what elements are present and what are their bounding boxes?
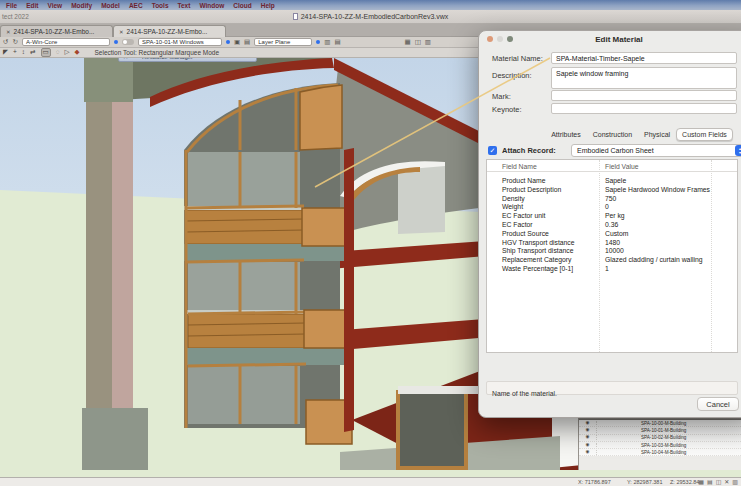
close-icon[interactable]: ✕ bbox=[119, 29, 124, 35]
layer-options-icon[interactable]: ▣ bbox=[234, 39, 240, 46]
record-table-row[interactable]: Product Source Custom bbox=[487, 229, 737, 238]
layer-row[interactable]: ◉ SPA-10-00-M-Building bbox=[579, 420, 741, 427]
eye-icon[interactable]: ◉ bbox=[579, 428, 597, 433]
statusbar-icon[interactable]: ▤ bbox=[707, 478, 713, 486]
edit-material-dialog: Edit Material Material Name: SPA-Materia… bbox=[478, 30, 741, 418]
document-title: 2414-SPA-10-ZZ-M-EmbodiedCarbonRev3.vwx bbox=[0, 13, 741, 20]
pan-tool-icon[interactable]: + bbox=[13, 49, 17, 56]
cursor-y-coordinate: Y: 282987.381 bbox=[627, 479, 662, 485]
mark-field[interactable] bbox=[551, 90, 737, 101]
record-table-row[interactable]: HGV Transport distance 1480 bbox=[487, 238, 737, 247]
flyover-tool-icon[interactable]: ↕ bbox=[22, 49, 25, 56]
eye-icon[interactable]: ◉ bbox=[579, 421, 597, 426]
dialog-tab[interactable]: Custom Fields bbox=[676, 128, 733, 141]
mode-group-icon[interactable]: ⇄ bbox=[30, 49, 35, 56]
attach-record-label: Attach Record: bbox=[502, 146, 556, 155]
dialog-title-bar: Edit Material bbox=[479, 31, 741, 47]
keynote-field[interactable] bbox=[551, 103, 737, 114]
record-fields-table[interactable]: Field Name Field Value Product Name Sape… bbox=[486, 159, 738, 353]
menu-item[interactable]: Help bbox=[261, 2, 275, 9]
active-class-dropdown[interactable]: A-Win-Core bbox=[22, 38, 110, 46]
menu-item[interactable]: Model bbox=[101, 2, 120, 9]
keynote-label: Keynote: bbox=[492, 105, 522, 114]
class-options-toggle[interactable] bbox=[122, 39, 134, 45]
dialog-tab[interactable]: Attributes bbox=[545, 128, 587, 141]
mark-label: Mark: bbox=[492, 92, 511, 101]
description-label: Description: bbox=[492, 71, 532, 80]
layer-row[interactable]: ◉ SPA-10-04-M-Building bbox=[579, 449, 741, 456]
cursor-x-coordinate: X: 71786.897 bbox=[578, 479, 611, 485]
eye-icon[interactable]: ◉ bbox=[579, 443, 597, 448]
menu-item[interactable]: Text bbox=[178, 2, 191, 9]
description-field[interactable]: Sapele window framing bbox=[551, 67, 737, 89]
class-visibility-dot[interactable] bbox=[114, 40, 118, 44]
attach-record-checkbox[interactable]: ✓ bbox=[488, 146, 497, 155]
menu-item[interactable]: Window bbox=[199, 2, 224, 9]
cursor-z-coordinate: Z: 29532.84 bbox=[670, 479, 699, 485]
layer-row[interactable]: ◉ SPA-10-02-M-Building bbox=[579, 435, 741, 442]
layer-row[interactable]: ◉ SPA-10-01-M-Building bbox=[579, 427, 741, 434]
layer-options-icon-2[interactable]: ▤ bbox=[244, 39, 250, 46]
material-name-label: Material Name: bbox=[492, 54, 543, 63]
menu-bar: FileEditViewModifyModelAECToolsTextWindo… bbox=[0, 0, 741, 10]
menu-item[interactable]: Tools bbox=[152, 2, 169, 9]
stepper-icon[interactable]: ▴▾ bbox=[735, 145, 741, 156]
dialog-tab[interactable]: Construction bbox=[587, 128, 638, 141]
record-table-row[interactable]: Waste Percentage [0-1] 1 bbox=[487, 264, 737, 273]
view-icon-a[interactable]: ▥ bbox=[324, 39, 330, 46]
status-bar: X: 71786.897 Y: 282987.381 Z: 29532.84 ▦… bbox=[0, 477, 741, 486]
record-table-row[interactable]: Product Name Sapele bbox=[487, 176, 737, 185]
document-tab[interactable]: ✕ 2414-SPA-10-ZZ-M-Embo... bbox=[113, 25, 226, 37]
menu-item[interactable]: File bbox=[6, 2, 17, 9]
eye-icon[interactable]: ◉ bbox=[579, 435, 597, 440]
statusbar-icon[interactable]: ▦ bbox=[698, 478, 704, 486]
dialog-tab[interactable]: Physical bbox=[638, 128, 676, 141]
record-table-row[interactable]: Density 750 bbox=[487, 194, 737, 203]
layer-visibility-dot[interactable] bbox=[226, 40, 230, 44]
record-table-row[interactable]: Product Description Sapele Hardwood Wind… bbox=[487, 185, 737, 194]
layer-plane-dropdown[interactable]: Layer Plane bbox=[254, 38, 312, 46]
record-table-row[interactable]: Replacement Category Glazed cladding / c… bbox=[487, 255, 737, 264]
lasso-mode-icon[interactable]: ◌ bbox=[56, 49, 60, 56]
close-icon[interactable]: ✕ bbox=[6, 29, 11, 35]
xray-mode-icon[interactable]: ◆ bbox=[75, 49, 80, 56]
record-table-row[interactable]: EC Factor 0.36 bbox=[487, 220, 737, 229]
statusbar-icon[interactable]: ▥ bbox=[732, 478, 738, 486]
eye-icon[interactable]: ◉ bbox=[579, 450, 597, 455]
layer-row[interactable]: ◉ SPA-10-03-M-Building bbox=[579, 442, 741, 449]
material-name-field[interactable]: SPA-Material-Timber-Sapele bbox=[551, 52, 737, 64]
cancel-button[interactable]: Cancel bbox=[697, 397, 739, 411]
record-table-row[interactable]: EC Factor unit Per kg bbox=[487, 211, 737, 220]
tool-mode-message: Selection Tool: Rectangular Marquee Mode bbox=[95, 49, 220, 56]
menu-item[interactable]: AEC bbox=[129, 2, 143, 9]
record-table-row[interactable]: Ship Transport distance 10000 bbox=[487, 246, 737, 255]
statusbar-icon[interactable]: ✕ bbox=[724, 478, 729, 486]
polygon-mode-icon[interactable]: ▷ bbox=[65, 49, 70, 56]
selection-tool-icon[interactable]: ◤ bbox=[3, 49, 8, 56]
attach-record-row: ✓ Attach Record: Embodied Carbon Sheet ▴… bbox=[488, 144, 741, 157]
record-table-header: Field Name Field Value bbox=[487, 160, 737, 172]
record-format-dropdown[interactable]: Embodied Carbon Sheet ▴▾ bbox=[571, 144, 741, 157]
statusbar-icon[interactable]: ◫ bbox=[716, 478, 722, 486]
active-layer-dropdown[interactable]: SPA-10-01-M Windows bbox=[138, 38, 222, 46]
undo-icon[interactable]: ↺ bbox=[3, 39, 8, 46]
menu-item[interactable]: Modify bbox=[71, 2, 92, 9]
menu-item[interactable]: View bbox=[47, 2, 62, 9]
dialog-help-strip: Name of the material. bbox=[486, 381, 738, 395]
menu-item[interactable]: Cloud bbox=[233, 2, 251, 9]
view-icon-e[interactable]: ▥ bbox=[425, 39, 431, 46]
record-table-row[interactable]: Weight 0 bbox=[487, 202, 737, 211]
navigation-palette[interactable]: ◉ SPA-10-00-M-Building ◉ SPA-10-01-M-Bui… bbox=[578, 413, 741, 470]
application-window: FileEditViewModifyModelAECToolsTextWindo… bbox=[0, 0, 741, 486]
title-bar: tect 2022 2414-SPA-10-ZZ-M-EmbodiedCarbo… bbox=[0, 10, 741, 24]
menu-item[interactable]: Edit bbox=[26, 2, 38, 9]
view-icon-b[interactable]: ▤ bbox=[334, 39, 340, 46]
dialog-title: Edit Material bbox=[479, 35, 741, 44]
view-icon-d[interactable]: ◫ bbox=[415, 39, 421, 46]
redo-icon[interactable]: ↻ bbox=[12, 39, 17, 46]
rectangular-marquee-mode-icon[interactable]: ▭ bbox=[41, 48, 51, 57]
document-tab[interactable]: ✕ 2414-SPA-10-ZZ-M-Embo... bbox=[0, 25, 113, 37]
document-icon bbox=[293, 13, 298, 20]
plane-dot[interactable] bbox=[316, 40, 320, 44]
view-icon-c[interactable]: ▦ bbox=[405, 39, 411, 46]
